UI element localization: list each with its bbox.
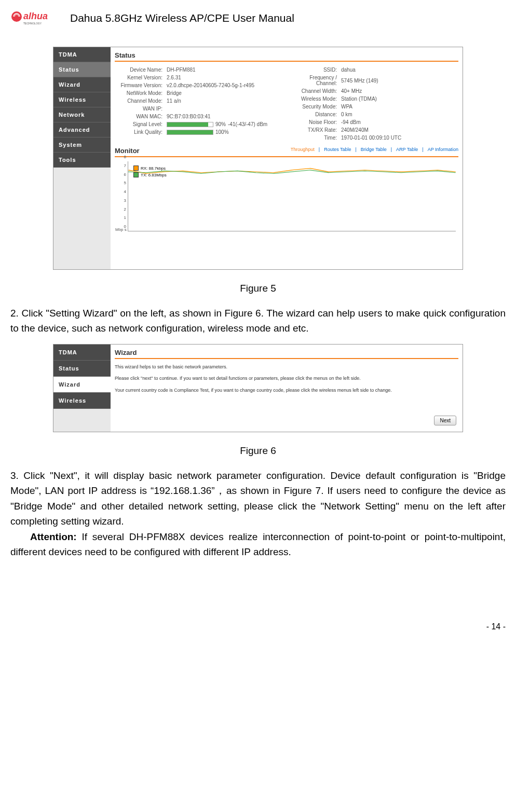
- value: 1970-01-01 00:09:10 UTC: [341, 135, 458, 141]
- label: Channel Width:: [289, 88, 341, 94]
- svg-text:alhua: alhua: [23, 11, 48, 21]
- sidebar-item-wizard[interactable]: Wizard: [53, 77, 111, 92]
- tab-throughput[interactable]: Throughput: [291, 147, 315, 155]
- logo: alhua TECHNOLOGY: [10, 10, 62, 26]
- sidebar: TDMA Status Wizard Wireless: [53, 345, 111, 432]
- next-button[interactable]: Next: [434, 416, 456, 425]
- label: WAN IP:: [115, 106, 167, 112]
- attention-text: If several DH-PFM88X devices realize int…: [10, 531, 506, 557]
- manual-title: Dahua 5.8GHz Wireless AP/CPE User Manual: [70, 12, 294, 24]
- label: Signal Level:: [115, 121, 167, 127]
- attention-paragraph: Attention: If several DH-PFM88X devices …: [10, 529, 506, 560]
- label: SSID:: [289, 67, 341, 73]
- value: 2.6.31: [167, 75, 284, 80]
- chart-ylabel: Mbp s: [115, 227, 127, 232]
- link-bar: 100%: [167, 129, 284, 135]
- status-right-col: SSID:dahua Frequency / Channel:5745 MHz …: [289, 66, 458, 142]
- value: Bridge: [167, 90, 284, 96]
- label: Noise Floor:: [289, 119, 341, 125]
- sidebar-item-wireless[interactable]: Wireless: [53, 92, 111, 107]
- label: NetWork Mode:: [115, 90, 167, 96]
- tab-arp[interactable]: ARP Table: [396, 147, 418, 155]
- value: -94 dBm: [341, 119, 458, 125]
- value: 240M/240M: [341, 127, 458, 133]
- wizard-panel: Wizard This wizard helps to set the basi…: [111, 345, 463, 432]
- wizard-line1: This wizard helps to set the basic netwo…: [115, 363, 458, 370]
- throughput-chart: 012345678 RX: 88.7kbps TX: 6.83Mbps Mbp …: [128, 161, 456, 231]
- svg-point-0: [11, 11, 22, 22]
- signal-extra: -41(-43/-47) dBm: [228, 121, 267, 127]
- label: WAN MAC:: [115, 114, 167, 119]
- sidebar-item-wireless[interactable]: Wireless: [53, 393, 111, 409]
- wizard-line2: Please click "next" to continue. If you …: [115, 375, 458, 382]
- sidebar-item-wizard[interactable]: Wizard: [53, 377, 111, 393]
- page-header: alhua TECHNOLOGY Dahua 5.8GHz Wireless A…: [10, 10, 506, 26]
- label: Frequency / Channel:: [289, 75, 341, 86]
- attention-label: Attention:: [30, 531, 77, 542]
- tab-apinfo[interactable]: AP Information: [428, 147, 458, 155]
- label: Security Mode:: [289, 104, 341, 109]
- value: v2.0.dhcpe-20140605-7240-5g-1-r495: [167, 82, 284, 88]
- wizard-title: Wizard: [115, 349, 458, 359]
- tab-routes[interactable]: Routes Table: [324, 147, 351, 155]
- svg-text:TECHNOLOGY: TECHNOLOGY: [23, 22, 42, 25]
- figure-6-caption: Figure 6: [10, 445, 506, 457]
- sidebar: TDMA Status Wizard Wireless Network Adva…: [53, 47, 111, 269]
- figure-5-caption: Figure 5: [10, 283, 506, 294]
- legend-tx: TX: 6.83Mbps: [141, 173, 167, 177]
- signal-pct: 90%: [215, 121, 226, 127]
- value: 9C:B7:03:B0:03:41: [167, 114, 284, 119]
- sidebar-item-tdma[interactable]: TDMA: [53, 47, 111, 62]
- label: Link Quality:: [115, 129, 167, 135]
- label: Kernel Version:: [115, 75, 167, 80]
- sidebar-item-status[interactable]: Status: [53, 361, 111, 377]
- label: Device Name:: [115, 67, 167, 73]
- legend-rx: RX: 88.7kbps: [141, 166, 166, 171]
- sidebar-item-network[interactable]: Network: [53, 107, 111, 122]
- monitor-title: Monitor: [115, 147, 140, 155]
- value: DH-PFM881: [167, 67, 284, 73]
- tab-bridge[interactable]: Bridge Table: [361, 147, 387, 155]
- wizard-line3: Your current country code is Compliance …: [115, 387, 458, 394]
- label: Distance:: [289, 112, 341, 117]
- value: dahua: [341, 67, 458, 73]
- chart-legend: RX: 88.7kbps TX: 6.83Mbps: [133, 166, 167, 179]
- label: Time:: [289, 135, 341, 141]
- signal-bar: 90% -41(-43/-47) dBm: [167, 121, 284, 127]
- sidebar-item-system[interactable]: System: [53, 137, 111, 153]
- value: 40+ MHz: [341, 88, 458, 94]
- label: TX/RX Rate:: [289, 127, 341, 133]
- page-number: - 14 -: [10, 622, 506, 631]
- figure-6-screenshot: TDMA Status Wizard Wireless Wizard This …: [53, 344, 463, 432]
- sidebar-item-tdma[interactable]: TDMA: [53, 345, 111, 361]
- status-left-col: Device Name:DH-PFM881 Kernel Version:2.6…: [115, 66, 284, 142]
- link-pct: 100%: [215, 129, 229, 135]
- paragraph-2: 2. Click "Setting Wizard" on the left, a…: [10, 306, 506, 336]
- value: 0 km: [341, 112, 458, 117]
- value: WPA: [341, 104, 458, 109]
- sidebar-item-status[interactable]: Status: [53, 62, 111, 77]
- sidebar-item-tools[interactable]: Tools: [53, 153, 111, 168]
- figure-5-screenshot: TDMA Status Wizard Wireless Network Adva…: [53, 47, 463, 270]
- status-panel: Status Device Name:DH-PFM881 Kernel Vers…: [111, 47, 463, 269]
- sidebar-item-advanced[interactable]: Advanced: [53, 122, 111, 137]
- status-header: Status: [115, 51, 458, 62]
- paragraph-3: 3. Click "Next", it will display basic n…: [10, 468, 506, 529]
- label: Firmware Version:: [115, 82, 167, 88]
- value: Station (TDMA): [341, 96, 458, 102]
- label: Channel Mode:: [115, 98, 167, 104]
- label: Wireless Mode:: [289, 96, 341, 102]
- monitor-tabs: Throughput| Routes Table| Bridge Table| …: [291, 147, 458, 155]
- value: 5745 MHz (149): [341, 78, 458, 84]
- value: 11 a/n: [167, 98, 284, 104]
